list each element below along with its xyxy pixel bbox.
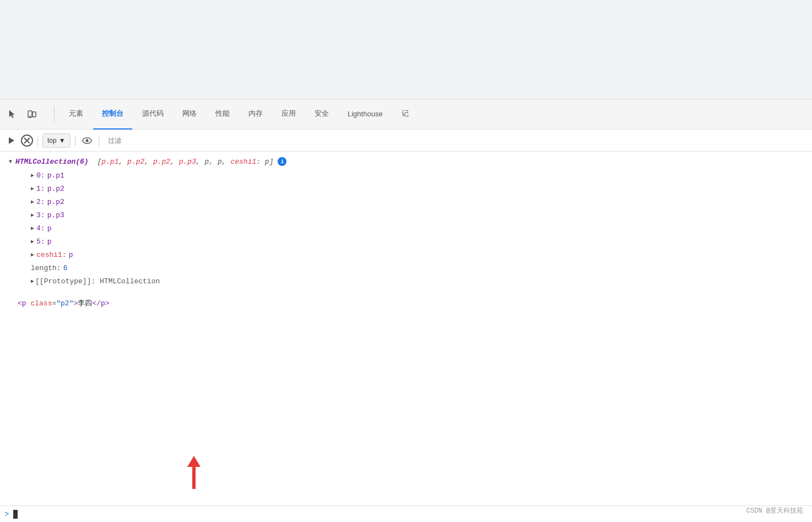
cursor-icon[interactable]	[4, 106, 20, 122]
item-index-1: 1	[36, 184, 41, 195]
tab-sources[interactable]: 源代码	[133, 99, 172, 130]
colon-ceshi1: :	[62, 250, 67, 261]
proto-triangle[interactable]	[31, 276, 34, 287]
colon-0: :	[41, 170, 45, 181]
tab-network[interactable]: 网络	[174, 99, 205, 130]
arrow-stem	[192, 467, 196, 489]
item-value-0: p.p1	[47, 170, 64, 181]
clear-console-button[interactable]	[21, 134, 33, 147]
html-space	[26, 297, 31, 310]
collection-expand-triangle[interactable]	[9, 159, 12, 165]
html-attr-name: class	[30, 297, 52, 310]
context-label: top	[47, 137, 57, 144]
collection-item-3[interactable]: 3 : p.p3	[0, 209, 812, 222]
colon-2: :	[41, 197, 45, 208]
item-index-2: 2	[36, 197, 41, 208]
tab-bar: 元素 控制台 源代码 网络 性能 内存 应用 安全 Lighthouse 记	[0, 99, 812, 130]
tab-bar-icons	[4, 106, 40, 122]
console-toolbar: top ▼	[0, 130, 812, 152]
info-icon[interactable]: i	[278, 157, 286, 166]
item-triangle-4[interactable]	[31, 223, 34, 234]
tab-memory[interactable]: 内存	[240, 99, 272, 130]
item-value-1: p.p2	[47, 184, 64, 195]
tab-divider	[54, 106, 55, 122]
attribution: CSDN @景天科技苑	[746, 506, 803, 515]
tab-elements[interactable]: 元素	[60, 99, 92, 130]
item-value-2: p.p2	[47, 197, 64, 208]
item-triangle-0[interactable]	[31, 170, 34, 181]
tab-more[interactable]: 记	[393, 99, 418, 130]
collection-length-row: length : 6	[0, 262, 812, 275]
length-key: length	[31, 263, 57, 274]
tab-application[interactable]: 应用	[273, 99, 305, 130]
toolbar-divider-3	[99, 135, 99, 146]
svg-rect-1	[33, 112, 36, 117]
collection-array	[91, 158, 95, 166]
colon-3: :	[41, 210, 45, 221]
toolbar-divider-2	[75, 135, 75, 146]
toolbar-divider-1	[37, 135, 38, 146]
device-toggle-icon[interactable]	[24, 106, 40, 122]
html-inner-text: 李四	[78, 297, 92, 310]
svg-point-5	[85, 139, 88, 142]
context-selector[interactable]: top ▼	[42, 133, 71, 148]
collection-header-line[interactable]: HTMLCollection(6) [p.p1, p.p2, p.p2, p.p…	[0, 154, 812, 169]
item-index-3: 3	[36, 210, 41, 221]
item-triangle-5[interactable]	[31, 236, 34, 247]
tab-lighthouse[interactable]: Lighthouse	[339, 99, 392, 130]
collection-item-ceshi1[interactable]: ceshi1 : p	[0, 249, 812, 262]
input-prompt-icon: >	[4, 510, 9, 519]
devtools-panel: 元素 控制台 源代码 网络 性能 内存 应用 安全 Lighthouse 记 t…	[0, 99, 812, 522]
named-item-key: ceshi1	[36, 250, 62, 261]
annotation-arrow	[187, 456, 201, 489]
colon-4: :	[41, 223, 45, 234]
named-item-value: p	[69, 250, 73, 261]
tab-console[interactable]: 控制台	[93, 99, 132, 130]
item-index-5: 5	[36, 236, 41, 247]
tab-security[interactable]: 安全	[306, 99, 338, 130]
arrow-head	[187, 456, 201, 467]
html-tag-close: </p>	[92, 297, 109, 310]
html-tag-bracket: >	[73, 297, 78, 310]
collection-array-content: [p.p1, p.p2, p.p2, p.p3, p, p, ceshi1: p…	[97, 158, 273, 166]
colon-5: :	[41, 236, 45, 247]
length-colon: :	[57, 263, 61, 274]
collection-item-5[interactable]: 5 : p	[0, 235, 812, 249]
item-triangle-3[interactable]	[31, 210, 34, 221]
eye-button[interactable]	[80, 133, 94, 148]
console-input-line[interactable]: >	[0, 505, 812, 522]
length-value: 6	[63, 263, 68, 274]
html-equals: =	[52, 297, 56, 310]
item-value-5: p	[47, 236, 52, 247]
filter-input[interactable]	[104, 137, 808, 144]
item-value-4: p	[47, 223, 52, 234]
tab-performance[interactable]: 性能	[207, 99, 239, 130]
collection-item-1[interactable]: 1 : p.p2	[0, 182, 812, 196]
item-triangle-ceshi1[interactable]	[31, 250, 34, 261]
item-index-4: 4	[36, 223, 41, 234]
html-output-line: <p class = "p2" > 李四 </p>	[0, 293, 812, 315]
colon-1: :	[41, 184, 45, 195]
item-triangle-2[interactable]	[31, 197, 34, 208]
run-snippet-button[interactable]	[4, 133, 19, 148]
browser-top-area	[0, 0, 812, 99]
collection-item-0[interactable]: 0 : p.p1	[0, 169, 812, 182]
item-triangle-1[interactable]	[31, 184, 34, 195]
proto-text: [[Prototype]]: HTMLCollection	[35, 276, 160, 287]
html-attr-value: "p2"	[56, 297, 73, 310]
input-cursor	[13, 510, 18, 519]
context-dropdown-icon: ▼	[59, 137, 66, 144]
collection-item-2[interactable]: 2 : p.p2	[0, 196, 812, 209]
collection-proto-row[interactable]: [[Prototype]]: HTMLCollection	[0, 275, 812, 288]
item-index-0: 0	[36, 170, 41, 181]
html-tag-open: <p	[18, 297, 26, 310]
svg-marker-3	[9, 137, 14, 144]
collection-item-4[interactable]: 4 : p	[0, 222, 812, 235]
console-content: HTMLCollection(6) [p.p1, p.p2, p.p2, p.p…	[0, 152, 812, 522]
item-value-3: p.p3	[47, 210, 64, 221]
collection-type: HTMLCollection(6)	[15, 158, 89, 166]
